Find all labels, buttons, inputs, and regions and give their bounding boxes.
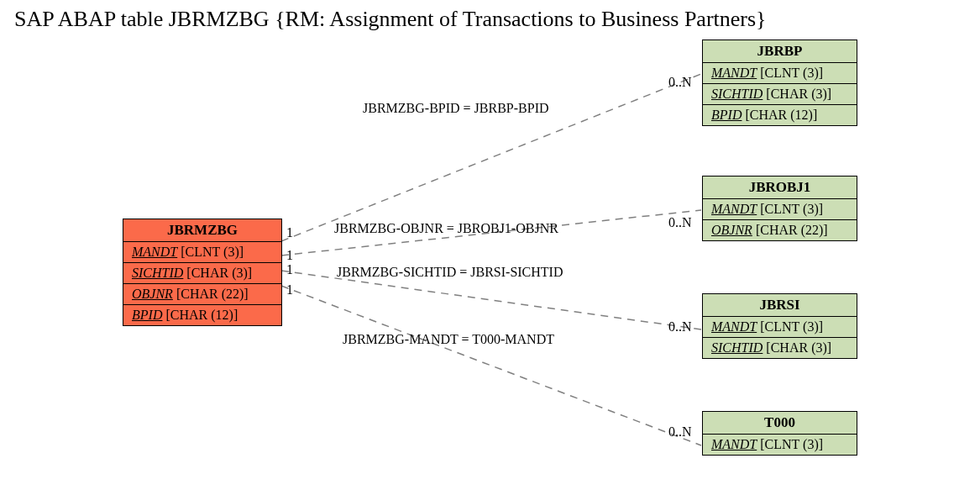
entity-header: JBRBP (703, 40, 857, 63)
relation-label: JBRMZBG-MANDT = T000-MANDT (343, 332, 554, 347)
entity-jbrobj1: JBROBJ1 MANDT [CLNT (3)] OBJNR [CHAR (22… (702, 176, 857, 241)
relation-label: JBRMZBG-BPID = JBRBP-BPID (363, 101, 549, 116)
field-row: SICHTID [CHAR (3)] (703, 338, 857, 358)
entity-jbrbp: JBRBP MANDT [CLNT (3)] SICHTID [CHAR (3)… (702, 40, 857, 126)
relation-label: JBRMZBG-OBJNR = JBROBJ1-OBJNR (334, 221, 558, 236)
cardinality-label: 0..N (668, 319, 692, 335)
cardinality-label: 1 (286, 282, 293, 298)
field-row: SICHTID [CHAR (3)] (123, 263, 281, 284)
cardinality-label: 0..N (668, 424, 692, 440)
relation-label: JBRMZBG-SICHTID = JBRSI-SICHTID (337, 265, 563, 280)
field-row: OBJNR [CHAR (22)] (123, 284, 281, 305)
field-row: BPID [CHAR (12)] (703, 105, 857, 125)
field-row: MANDT [CLNT (3)] (703, 63, 857, 84)
entity-jbrsi: JBRSI MANDT [CLNT (3)] SICHTID [CHAR (3)… (702, 293, 857, 359)
field-row: MANDT [CLNT (3)] (703, 435, 857, 455)
cardinality-label: 1 (286, 225, 293, 240)
field-row: MANDT [CLNT (3)] (703, 317, 857, 338)
diagram-title: SAP ABAP table JBRMZBG {RM: Assignment o… (14, 7, 767, 32)
entity-header: JBRMZBG (123, 219, 281, 242)
entity-jbrmzbg: JBRMZBG MANDT [CLNT (3)] SICHTID [CHAR (… (123, 219, 282, 326)
cardinality-label: 1 (286, 262, 293, 277)
entity-t000: T000 MANDT [CLNT (3)] (702, 411, 857, 456)
cardinality-label: 0..N (668, 215, 692, 230)
field-row: MANDT [CLNT (3)] (703, 199, 857, 220)
field-row: MANDT [CLNT (3)] (123, 242, 281, 263)
entity-header: JBRSI (703, 294, 857, 317)
cardinality-label: 1 (286, 248, 293, 263)
field-row: SICHTID [CHAR (3)] (703, 84, 857, 105)
cardinality-label: 0..N (668, 75, 692, 90)
entity-header: T000 (703, 412, 857, 435)
field-row: OBJNR [CHAR (22)] (703, 220, 857, 240)
field-row: BPID [CHAR (12)] (123, 305, 281, 325)
entity-header: JBROBJ1 (703, 177, 857, 199)
